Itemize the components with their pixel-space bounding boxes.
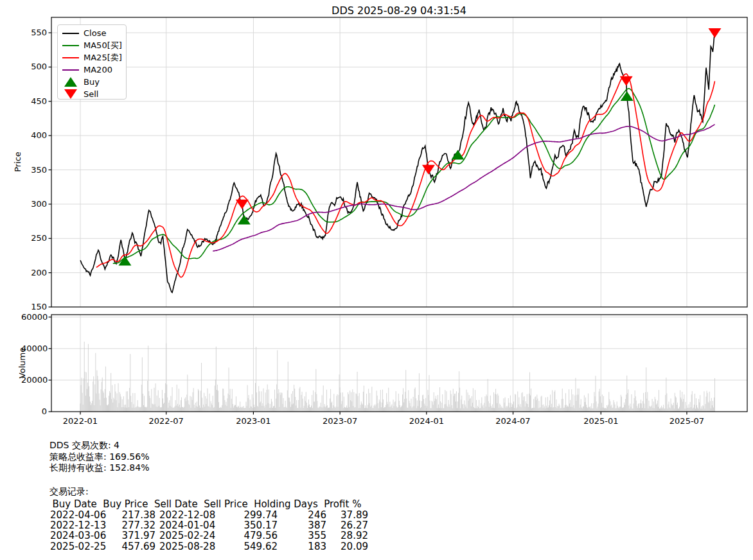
trade-table-cell: 217.38 (94, 509, 155, 521)
buy-marker (621, 91, 633, 101)
volume-ytick-label: 40000 (21, 344, 47, 353)
price-ytick-label: 400 (21, 130, 47, 140)
date-tick-label: 2022-01 (58, 416, 103, 426)
legend-item-buy: Buy (62, 76, 122, 88)
trade-table-cell: 183 (284, 541, 326, 552)
volume-ytick-label: 60000 (21, 312, 47, 322)
trade-table-cell: 350.17 (218, 520, 278, 531)
date-tick-label: 2022-07 (144, 416, 189, 426)
trade-table-cell: 246 (284, 509, 326, 521)
date-tick-label: 2025-01 (578, 416, 623, 426)
date-tick-label: 2025-07 (664, 416, 709, 426)
trade-table-cell: 299.74 (218, 509, 278, 521)
volume-ytick-label: 0 (21, 407, 47, 416)
price-ytick-label: 350 (21, 165, 47, 175)
legend-label: Sell (84, 89, 98, 99)
volume-ytick-label: 20000 (21, 375, 47, 385)
trade-table-cell: 457.69 (94, 541, 155, 552)
price-ytick-label: 200 (21, 268, 47, 277)
trade-table-cell: 387 (284, 520, 326, 531)
price-ytick-label: 550 (21, 28, 47, 37)
price-ytick-label: 150 (21, 302, 47, 311)
legend-label: Buy (84, 77, 100, 87)
legend-item-close: Close (62, 27, 122, 39)
close-line (80, 33, 715, 292)
price-ytick-label: 300 (21, 199, 47, 209)
legend-label: Close (84, 28, 106, 38)
trade-table-cell: 2024-01-04 (159, 520, 227, 531)
trade-table-cell: 277.32 (94, 520, 155, 531)
trade-table-cell: 371.97 (94, 530, 155, 541)
legend-item-ma25: MA25[卖] (62, 51, 122, 64)
figure: DDS 2025-08-29 04:31:54 Price Volume Clo… (0, 0, 753, 560)
trade-table-cell: 549.62 (218, 541, 278, 552)
legend-line-swatch (62, 33, 79, 34)
legend-label: MA50[买] (84, 40, 122, 51)
trade-log-title: 交易记录: (49, 486, 89, 498)
trade-table-cell: 26.27 (328, 520, 368, 531)
trade-table-cell: 28.92 (328, 530, 368, 541)
legend-line-swatch (62, 57, 79, 58)
trade-table-cell: 2025-08-28 (159, 541, 227, 552)
legend-label: MA200 (84, 65, 112, 74)
price-panel-border (51, 17, 747, 307)
price-ytick-label: 500 (21, 62, 47, 71)
legend-item-ma200: MA200 (62, 64, 122, 76)
chart-legend: CloseMA50[买]MA25[卖]MA200BuySell (57, 24, 127, 100)
volume-bars (80, 342, 715, 412)
trade-table-cell: 2025-02-24 (159, 530, 227, 541)
sell-triangle-icon (64, 89, 77, 99)
trade-table-cell: 479.56 (218, 530, 278, 541)
legend-item-sell: Sell (62, 88, 122, 100)
date-tick-label: 2024-01 (404, 416, 449, 426)
trade-table-cell: 2022-12-08 (159, 509, 227, 521)
trade-table-cell: 20.09 (328, 541, 368, 552)
ma200-line (213, 125, 714, 251)
trade-table-header: Buy Date Buy Price Sell Date Sell Price … (46, 498, 361, 510)
legend-label: MA25[卖] (84, 52, 122, 64)
trade-table-cell: 355 (284, 530, 326, 541)
chart-title: DDS 2025-08-29 04:31:54 (332, 4, 466, 17)
legend-line-swatch (62, 45, 79, 46)
legend-item-ma50: MA50[买] (62, 39, 122, 51)
legend-line-swatch (62, 69, 79, 71)
date-tick-label: 2023-07 (317, 416, 362, 426)
price-ytick-label: 250 (21, 233, 47, 243)
date-tick-label: 2024-07 (491, 416, 536, 426)
strategy-return-text: 策略总收益率: 169.56% (49, 451, 149, 463)
ma25-line (96, 74, 715, 277)
trade-count-text: DDS 交易次数: 4 (49, 440, 120, 451)
date-tick-label: 2023-01 (231, 416, 276, 426)
price-ytick-label: 450 (21, 96, 47, 106)
ma50-line (113, 89, 715, 263)
buy-hold-return-text: 长期持有收益: 152.84% (49, 462, 149, 474)
trade-table-cell: 37.89 (328, 509, 368, 521)
buy-triangle-icon (64, 77, 77, 87)
